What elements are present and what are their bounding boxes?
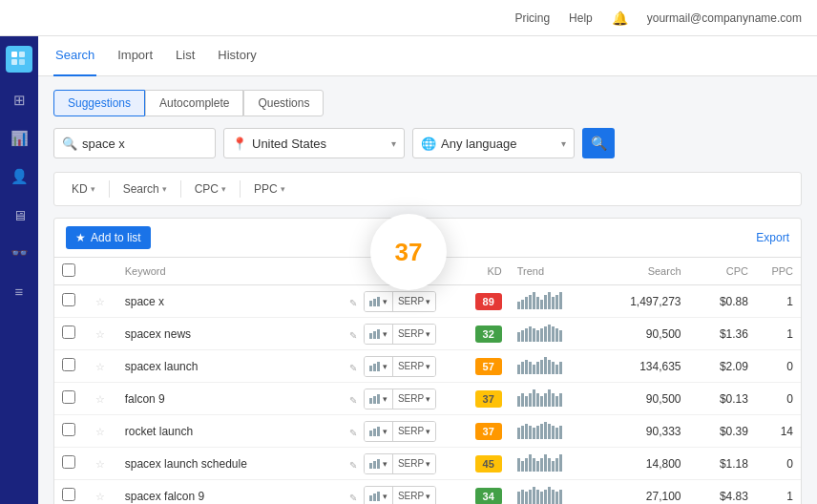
filter-cpc[interactable]: CPC ▾	[189, 180, 232, 198]
chart-button[interactable]: ▾	[365, 422, 393, 441]
chart-button[interactable]: ▾	[365, 292, 393, 311]
pricing-link[interactable]: Pricing	[514, 11, 550, 25]
svg-rect-7	[369, 333, 372, 339]
table-row: ☆ falcon 9 ✎ ▾ SERP ▾ 3	[54, 383, 801, 415]
row-edit-icon[interactable]: ✎	[349, 395, 357, 406]
row-edit-icon[interactable]: ✎	[349, 428, 357, 438]
serp-button[interactable]: SERP ▾	[393, 389, 435, 409]
row-checkbox[interactable]	[62, 488, 75, 501]
row-cpc: $0.13	[689, 383, 756, 415]
tab-list[interactable]: List	[174, 36, 197, 76]
select-all-checkbox[interactable]	[62, 263, 75, 277]
row-star-icon[interactable]: ☆	[95, 491, 105, 502]
filter-search[interactable]: Search ▾	[117, 180, 173, 198]
row-star-icon[interactable]: ☆	[95, 361, 105, 372]
row-search: 90,500	[599, 383, 689, 415]
tab-import[interactable]: Import	[115, 36, 155, 76]
row-star-icon[interactable]: ☆	[95, 426, 105, 437]
svg-rect-10	[369, 366, 372, 371]
search-input[interactable]	[82, 136, 206, 151]
chart-label: ▾	[383, 459, 388, 469]
serp-button[interactable]: SERP ▾	[393, 292, 435, 311]
serp-button[interactable]: SERP ▾	[393, 454, 435, 473]
filter-kd[interactable]: KD ▾	[66, 180, 101, 198]
search-button[interactable]: 🔍	[582, 128, 615, 158]
chart-button[interactable]: ▾	[365, 389, 393, 409]
sidebar-icon-person[interactable]: 👤	[9, 166, 30, 187]
chart-button[interactable]: ▾	[365, 357, 393, 376]
serp-button[interactable]: SERP ▾	[393, 422, 435, 441]
subtab-questions[interactable]: Questions	[243, 90, 324, 116]
row-star-cell: ☆	[88, 383, 117, 415]
filter-search-arrow: ▾	[162, 184, 167, 194]
serp-arrow: ▾	[426, 362, 430, 371]
row-checkbox[interactable]	[62, 455, 75, 469]
col-actions	[342, 258, 453, 285]
svg-rect-6	[377, 297, 380, 306]
col-search: Search	[599, 258, 689, 285]
help-link[interactable]: Help	[569, 11, 593, 25]
filter-ppc[interactable]: PPC ▾	[248, 180, 291, 198]
sidebar-logo[interactable]	[6, 46, 32, 73]
serp-button[interactable]: SERP ▾	[393, 487, 435, 505]
row-actions: ✎ ▾ SERP ▾	[342, 383, 453, 415]
chart-button[interactable]: ▾	[365, 325, 393, 344]
row-cpc: $4.83	[689, 480, 756, 505]
sidebar-icon-list[interactable]: ≡	[9, 281, 30, 302]
row-ppc: 0	[756, 448, 801, 480]
row-kd: 45	[453, 448, 510, 480]
user-email[interactable]: yourmail@companyname.com	[647, 11, 802, 25]
table-toolbar: ★ Add to list Export	[54, 219, 801, 258]
chart-button[interactable]: ▾	[365, 487, 393, 505]
sidebar-icon-grid[interactable]: ⊞	[9, 90, 30, 111]
row-star-icon[interactable]: ☆	[95, 393, 105, 405]
serp-button[interactable]: SERP ▾	[393, 357, 435, 376]
subtab-autocomplete[interactable]: Autocomplete	[145, 90, 243, 116]
sidebar-icon-chart[interactable]: 📊	[9, 128, 30, 149]
row-keyword: rocket launch	[117, 415, 342, 448]
chart-button[interactable]: ▾	[365, 454, 393, 473]
row-star-icon[interactable]: ☆	[95, 328, 105, 340]
row-edit-icon[interactable]: ✎	[349, 330, 357, 341]
sidebar-icon-display[interactable]: 🖥	[9, 204, 30, 225]
row-star-icon[interactable]: ☆	[95, 296, 105, 307]
notification-icon[interactable]: 🔔	[612, 10, 628, 26]
row-checkbox[interactable]	[62, 293, 75, 306]
row-keyword: spacex news	[117, 318, 342, 350]
row-trend	[510, 285, 599, 318]
filter-divider-1	[109, 180, 110, 198]
svg-rect-17	[373, 429, 376, 436]
row-checkbox[interactable]	[62, 423, 75, 436]
row-star-icon[interactable]: ☆	[95, 458, 105, 470]
language-text: Any language	[441, 136, 555, 151]
row-edit-icon[interactable]: ✎	[349, 460, 357, 471]
row-checkbox[interactable]	[62, 358, 75, 371]
keyword-input-wrap: 🔍	[53, 128, 216, 158]
svg-rect-12	[377, 362, 380, 371]
language-wrap[interactable]: 🌐 Any language ▾	[412, 128, 575, 158]
serp-button[interactable]: SERP ▾	[393, 325, 435, 344]
row-checkbox-cell	[54, 415, 88, 448]
row-edit-icon[interactable]: ✎	[349, 298, 357, 308]
row-edit-icon[interactable]: ✎	[349, 363, 357, 373]
location-wrap[interactable]: 📍 United States ▾	[223, 128, 405, 158]
tab-history[interactable]: History	[216, 36, 258, 76]
serp-arrow: ▾	[426, 329, 430, 339]
row-actions: ✎ ▾ SERP ▾	[342, 480, 453, 505]
chart-icon	[369, 362, 381, 371]
sidebar-icon-glasses[interactable]: 👓	[9, 242, 30, 263]
svg-rect-5	[373, 299, 376, 306]
add-to-list-button[interactable]: ★ Add to list	[66, 226, 151, 249]
layout: ⊞ 📊 👤 🖥 👓 ≡ Search Import List History S…	[0, 36, 817, 504]
row-checkbox[interactable]	[62, 390, 75, 404]
export-button[interactable]: Export	[756, 231, 789, 244]
filter-cpc-arrow: ▾	[221, 184, 226, 194]
tab-search[interactable]: Search	[53, 36, 96, 76]
row-star-cell: ☆	[88, 480, 117, 505]
table-row: ☆ spacex news ✎ ▾ SERP ▾	[54, 318, 801, 350]
subtab-suggestions[interactable]: Suggestions	[53, 90, 145, 116]
row-checkbox[interactable]	[62, 326, 75, 339]
chart-label: ▾	[383, 297, 388, 306]
row-edit-icon[interactable]: ✎	[349, 493, 357, 503]
row-kd: 37	[453, 383, 510, 415]
